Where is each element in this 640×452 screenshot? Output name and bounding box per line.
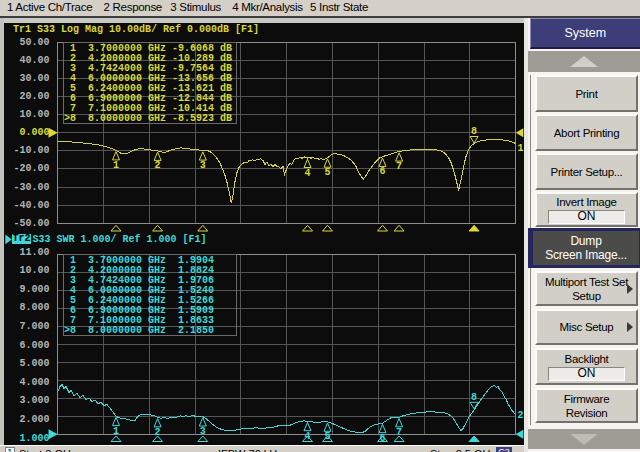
svg-text:1: 1 [113,160,119,171]
svg-text:1: 1 [113,426,119,437]
svg-text:7: 7 [396,161,402,172]
svg-text:1: 1 [518,143,524,154]
svg-text:8: 8 [471,392,477,403]
svg-text:2: 2 [155,160,161,171]
svg-text:5: 5 [324,167,330,178]
svg-text:3: 3 [200,160,206,171]
svg-text:4: 4 [304,168,310,179]
svg-text:2: 2 [518,410,524,421]
svg-text:5: 5 [324,431,330,442]
svg-text:8: 8 [471,126,477,137]
svg-text:6: 6 [379,166,385,177]
